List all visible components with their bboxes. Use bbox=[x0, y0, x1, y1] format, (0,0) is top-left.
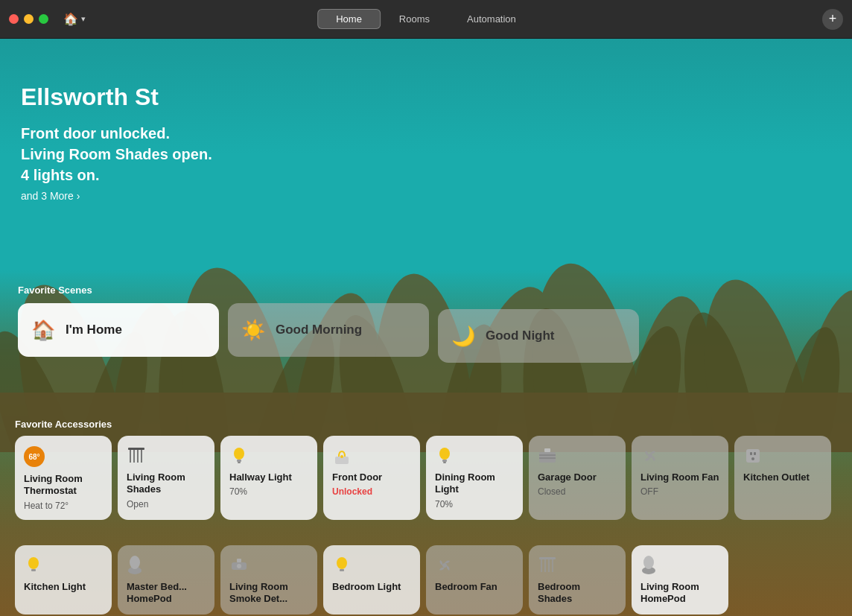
lr-shades-name: Living Room Shades bbox=[127, 471, 206, 496]
lr-shades-status: Open bbox=[127, 499, 206, 509]
garage-door-name: Garage Door bbox=[538, 471, 617, 483]
accessories-section2: Kitchen Light Master Bed... HomePod bbox=[0, 545, 852, 615]
good-morning-label: Good Morning bbox=[276, 323, 362, 337]
kitchen-light-name: Kitchen Light bbox=[24, 581, 103, 593]
svg-rect-33 bbox=[443, 462, 446, 463]
home-icon: 🏠 bbox=[63, 12, 78, 26]
svg-point-50 bbox=[337, 557, 347, 569]
scene-good-night[interactable]: 🌙 Good Night bbox=[438, 309, 639, 363]
svg-rect-21 bbox=[128, 448, 144, 450]
svg-point-31 bbox=[439, 448, 450, 460]
accessories-row1: 68° Living Room Thermostat Heat to 72° L bbox=[15, 436, 837, 520]
tab-home[interactable]: Home bbox=[317, 9, 381, 29]
tile-bedroom-fan[interactable]: Bedroom Fan bbox=[426, 545, 523, 615]
scenes-label: Favorite Scenes bbox=[18, 285, 834, 296]
status-line-1: Front door unlocked. bbox=[21, 123, 212, 144]
hallway-light-icon bbox=[229, 446, 308, 466]
header: Ellsworth St Front door unlocked. Living… bbox=[21, 83, 212, 202]
home-chevron: ▾ bbox=[81, 14, 86, 24]
kitchen-outlet-name: Kitchen Outlet bbox=[743, 471, 822, 483]
status-text: Front door unlocked. Living Room Shades … bbox=[21, 123, 212, 185]
svg-point-52 bbox=[442, 563, 447, 568]
svg-rect-39 bbox=[746, 449, 760, 463]
svg-rect-28 bbox=[238, 462, 241, 463]
dining-light-name: Dining Room Light bbox=[435, 471, 514, 496]
bedroom-light-icon bbox=[332, 556, 411, 575]
kitchen-light-icon bbox=[24, 556, 103, 575]
scenes-grid: 🏠 I'm Home ☀️ Good Morning 🌙 Good Night bbox=[18, 303, 834, 363]
bedroom-shades-icon bbox=[538, 556, 617, 575]
traffic-lights bbox=[9, 14, 48, 24]
svg-rect-44 bbox=[31, 569, 36, 571]
tile-lr-fan[interactable]: Living Room Fan OFF bbox=[632, 436, 728, 520]
tile-bedroom-shades[interactable]: Bedroom Shades bbox=[529, 545, 626, 615]
svg-point-43 bbox=[28, 557, 39, 569]
scene-good-morning[interactable]: ☀️ Good Morning bbox=[228, 303, 429, 357]
svg-rect-51 bbox=[340, 569, 344, 571]
more-link[interactable]: and 3 More › bbox=[21, 190, 212, 202]
front-door-status: Unlocked bbox=[332, 486, 411, 497]
im-home-icon: 🏠 bbox=[31, 319, 55, 342]
svg-rect-34 bbox=[539, 452, 556, 463]
lr-thermostat-status: Heat to 72° bbox=[24, 501, 103, 511]
home-selector[interactable]: 🏠 ▾ bbox=[63, 12, 86, 26]
tile-kitchen-outlet[interactable]: Kitchen Outlet bbox=[734, 436, 831, 520]
tile-kitchen-light[interactable]: Kitchen Light bbox=[15, 545, 112, 615]
tile-bedroom-light[interactable]: Bedroom Light bbox=[323, 545, 420, 615]
tile-lr-smoke[interactable]: Living Room Smoke Det... bbox=[220, 545, 317, 615]
tile-lr-shades[interactable]: Living Room Shades Open bbox=[118, 436, 214, 520]
tile-lr-thermostat[interactable]: 68° Living Room Thermostat Heat to 72° bbox=[15, 436, 112, 520]
svg-point-26 bbox=[234, 448, 244, 460]
thermostat-icon: 68° bbox=[24, 446, 103, 467]
tile-master-homepod[interactable]: Master Bed... HomePod bbox=[118, 545, 214, 615]
svg-point-30 bbox=[340, 455, 343, 458]
bedroom-fan-icon bbox=[435, 556, 514, 575]
accessories-row2: Kitchen Light Master Bed... HomePod bbox=[15, 545, 837, 615]
front-door-icon bbox=[332, 446, 411, 466]
scenes-section: Favorite Scenes 🏠 I'm Home ☀️ Good Morni… bbox=[0, 285, 852, 363]
add-button[interactable]: + bbox=[822, 9, 843, 30]
good-night-icon: 🌙 bbox=[451, 325, 475, 348]
tile-dining-light[interactable]: Dining Room Light 70% bbox=[426, 436, 523, 520]
nav-tabs: Home Rooms Automation bbox=[317, 9, 535, 29]
lr-fan-name: Living Room Fan bbox=[640, 471, 719, 483]
tab-automation[interactable]: Automation bbox=[448, 9, 535, 29]
good-morning-icon: ☀️ bbox=[241, 319, 265, 342]
front-door-name: Front Door bbox=[332, 471, 411, 483]
lr-homepod-name: Living Room HomePod bbox=[640, 581, 719, 606]
svg-rect-27 bbox=[237, 460, 241, 462]
tile-garage-door[interactable]: Garage Door Closed bbox=[529, 436, 626, 520]
hallway-light-name: Hallway Light bbox=[229, 471, 308, 483]
svg-point-59 bbox=[643, 556, 654, 569]
lr-homepod-icon bbox=[640, 556, 719, 575]
bedroom-shades-name: Bedroom Shades bbox=[538, 581, 617, 606]
svg-rect-32 bbox=[442, 460, 447, 462]
status-line-2: Living Room Shades open. bbox=[21, 144, 212, 165]
scene-im-home[interactable]: 🏠 I'm Home bbox=[18, 303, 219, 357]
master-homepod-name: Master Bed... HomePod bbox=[127, 581, 206, 606]
page-title: Ellsworth St bbox=[21, 83, 212, 111]
titlebar: 🏠 ▾ Home Rooms Automation + bbox=[0, 0, 852, 39]
svg-rect-41 bbox=[754, 452, 756, 455]
lr-fan-icon bbox=[640, 446, 719, 466]
tile-hallway-light[interactable]: Hallway Light 70% bbox=[220, 436, 317, 520]
svg-rect-40 bbox=[750, 452, 752, 455]
svg-rect-37 bbox=[544, 448, 550, 452]
tile-front-door[interactable]: Front Door Unlocked bbox=[323, 436, 420, 520]
maximize-button[interactable] bbox=[39, 14, 48, 24]
accessories-label: Favorite Accessories bbox=[15, 419, 837, 430]
tile-lr-homepod[interactable]: Living Room HomePod bbox=[632, 545, 728, 615]
shades-icon bbox=[127, 446, 206, 466]
close-button[interactable] bbox=[9, 14, 19, 24]
good-night-label: Good Night bbox=[486, 328, 555, 343]
im-home-label: I'm Home bbox=[66, 323, 122, 337]
status-line-3: 4 lights on. bbox=[21, 165, 212, 185]
dining-light-status: 70% bbox=[435, 499, 514, 509]
minimize-button[interactable] bbox=[24, 14, 34, 24]
master-homepod-icon bbox=[127, 556, 206, 575]
bedroom-light-name: Bedroom Light bbox=[332, 581, 411, 593]
accessories-section: Favorite Accessories 68° Living Room The… bbox=[0, 419, 852, 520]
svg-point-42 bbox=[751, 457, 754, 460]
tab-rooms[interactable]: Rooms bbox=[381, 9, 448, 29]
lr-fan-status: OFF bbox=[640, 486, 719, 497]
